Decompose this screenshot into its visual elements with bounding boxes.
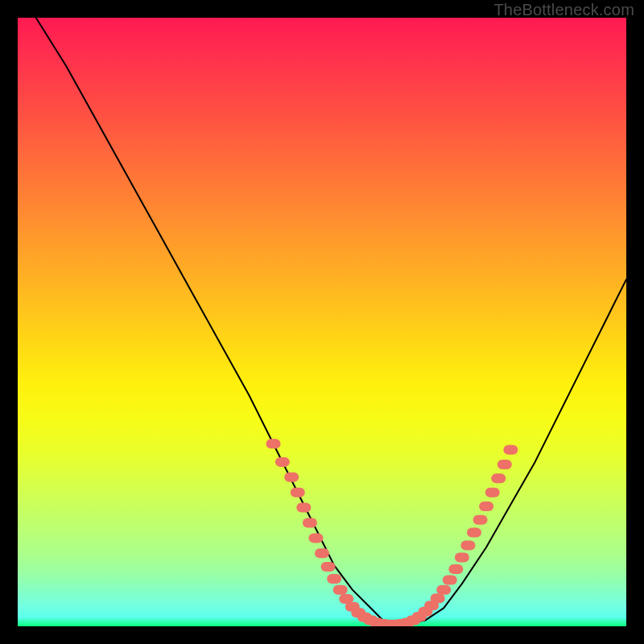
curve-dot (291, 488, 305, 497)
curve-dot (467, 528, 481, 538)
plot-area (18, 18, 626, 626)
curve-dot (503, 445, 518, 455)
curve-dot (275, 457, 290, 467)
curve-dots (266, 439, 518, 626)
curve-dot (448, 564, 463, 574)
curve-dot (303, 518, 317, 527)
curve-dot (308, 533, 323, 543)
curve-dot (455, 553, 469, 563)
curve-dot (436, 585, 451, 595)
curve-dot (296, 503, 311, 513)
curve-dot (479, 502, 493, 511)
curve-dot (431, 593, 445, 603)
curve-dot (497, 460, 512, 469)
curve-dot (491, 473, 506, 483)
curve-dot (327, 574, 341, 584)
bottleneck-curve-path (36, 18, 626, 623)
bottleneck-chart (18, 18, 626, 626)
curve-dot (321, 562, 336, 572)
curve-dot (443, 576, 457, 585)
curve-dot (315, 548, 329, 558)
curve-dot (266, 439, 281, 448)
curve-dot (473, 515, 488, 525)
curve-dot (284, 473, 299, 482)
curve-dot (460, 540, 475, 550)
curve-dot (333, 585, 348, 595)
curve-dot (485, 488, 500, 497)
chart-frame: TheBottleneck.com (0, 0, 644, 644)
watermark-text: TheBottleneck.com (493, 1, 634, 19)
